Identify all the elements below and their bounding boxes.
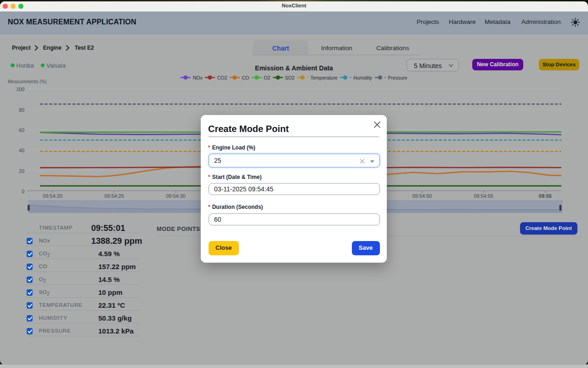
- svg-text:09:54:20: 09:54:20: [43, 193, 62, 199]
- svg-text:09:55: 09:55: [539, 193, 552, 199]
- svg-text:40: 40: [19, 148, 24, 153]
- svg-text:100: 100: [16, 86, 24, 92]
- svg-text:20: 20: [19, 168, 24, 174]
- svg-text:80: 80: [19, 107, 24, 113]
- svg-text:60: 60: [19, 127, 24, 133]
- svg-text:09:54:50: 09:54:50: [412, 193, 432, 199]
- svg-text:09:54:25: 09:54:25: [104, 193, 124, 199]
- svg-text:09:54:55: 09:54:55: [474, 193, 493, 199]
- svg-text:0: 0: [22, 189, 24, 194]
- svg-text:09:54:30: 09:54:30: [166, 193, 186, 199]
